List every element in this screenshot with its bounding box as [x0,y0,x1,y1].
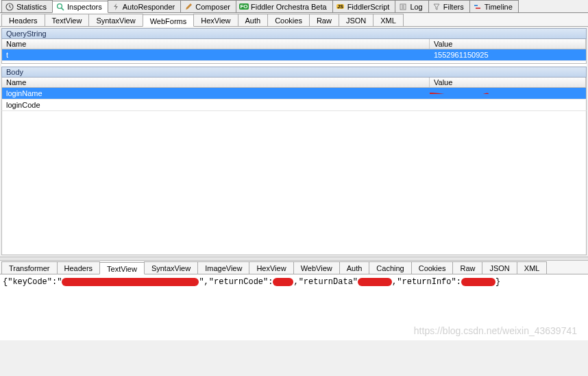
watermark: https://blog.csdn.net/weixin_43639741 [414,325,577,336]
rsubtab-cookies[interactable]: Cookies [411,261,454,274]
tab-label: Filters [443,3,464,11]
rsubtab-json[interactable]: JSON [482,261,517,274]
svg-line-2 [62,8,64,10]
json-text: ","returnCode": [199,277,273,287]
fo-icon: FO [239,2,249,12]
response-subtabs: Transformer Headers TextView SyntaxView … [0,261,588,274]
svg-rect-8 [476,8,480,9]
tab-label: Timeline [485,3,513,11]
subtab-syntaxview[interactable]: SyntaxView [88,14,143,26]
redaction-mark [273,278,293,286]
rsubtab-headers[interactable]: Headers [57,261,101,274]
svg-rect-7 [474,5,478,6]
subtab-json[interactable]: JSON [339,14,373,26]
tab-inspectors[interactable]: Inspectors [52,1,108,13]
tab-label: FiddlerScript [347,3,390,11]
tab-log[interactable]: Log [395,0,428,12]
body-row[interactable]: loginName [1,88,587,99]
json-text: "keyCode":" [8,277,62,287]
response-textview[interactable]: {"keyCode":"","returnCode":,"returnData"… [0,274,588,340]
filter-icon [432,2,441,12]
magnifier-icon [56,2,65,12]
body-empty-area[interactable] [1,111,587,255]
tab-autoresponder[interactable]: AutoResponder [108,0,181,12]
tab-label: Fiddler Orchestra Beta [251,3,327,11]
rsubtab-transformer[interactable]: Transformer [1,261,58,274]
querystring-grid-header: Name Value [1,39,587,49]
subtab-headers[interactable]: Headers [1,14,45,26]
redaction-mark [430,93,494,94]
tab-filters[interactable]: Filters [428,0,470,12]
body-row[interactable]: loginCode [1,99,587,111]
subtab-raw[interactable]: Raw [309,14,339,26]
subtab-textview[interactable]: TextView [45,14,90,26]
subtab-hexview[interactable]: HexView [193,14,238,26]
rsubtab-auth[interactable]: Auth [339,261,370,274]
tab-label: AutoResponder [123,3,175,11]
col-value[interactable]: Value [430,78,586,87]
rsubtab-textview[interactable]: TextView [99,262,145,274]
tab-label: Statistics [16,3,47,11]
json-text: } [495,277,500,287]
cell-value [430,93,586,94]
bolt-icon [111,2,121,12]
tab-fiddlerscript[interactable]: JS FiddlerScript [332,0,396,12]
main-tabstrip: Statistics Inspectors AutoResponder Comp… [0,0,588,13]
request-subtabs: Headers TextView SyntaxView WebForms Hex… [0,13,588,27]
rsubtab-webview[interactable]: WebView [293,261,340,274]
rsubtab-imageview[interactable]: ImageView [197,261,249,274]
body-grid-header: Name Value [1,78,587,88]
redaction-mark [62,278,199,286]
querystring-row[interactable]: t 1552961150925 [1,49,587,61]
json-text: ,"returnData" [293,277,358,287]
cell-name: t [2,50,430,60]
tab-label: Log [410,3,422,11]
cell-value: 1552961150925 [430,50,586,60]
pencil-icon [184,2,193,12]
timeline-icon [473,2,482,12]
rsubtab-xml[interactable]: XML [517,261,548,274]
redaction-mark [461,278,495,286]
tab-label: Composer [195,3,230,11]
script-icon: JS [336,2,345,12]
tab-fiddler-orchestra[interactable]: FO Fiddler Orchestra Beta [236,0,333,12]
rsubtab-raw[interactable]: Raw [452,261,482,274]
col-name[interactable]: Name [2,39,430,49]
tab-statistics[interactable]: Statistics [1,0,53,12]
tab-timeline[interactable]: Timeline [469,0,519,12]
body-header: Body [1,67,587,78]
subtab-cookies[interactable]: Cookies [267,14,310,26]
tab-composer[interactable]: Composer [180,0,236,12]
redaction-mark [358,278,392,286]
request-panel: QueryString Name Value t 1552961150925 B… [1,28,587,255]
subtab-webforms[interactable]: WebForms [143,14,195,27]
rsubtab-caching[interactable]: Caching [369,261,411,274]
cell-value [430,104,586,106]
rsubtab-syntaxview[interactable]: SyntaxView [144,261,198,274]
svg-point-1 [58,4,62,9]
querystring-header: QueryString [1,28,587,39]
log-icon [398,2,408,12]
redaction-mark [430,104,461,106]
subtab-xml[interactable]: XML [373,14,404,26]
clock-icon [5,2,14,12]
col-value[interactable]: Value [430,39,586,49]
json-text: ,"returnInfo": [392,277,461,287]
cell-name: loginCode [2,100,430,110]
col-name[interactable]: Name [2,78,430,87]
subtab-auth[interactable]: Auth [238,14,269,26]
cell-name: loginName [2,89,430,98]
tab-label: Inspectors [67,3,102,11]
rsubtab-hexview[interactable]: HexView [249,261,293,274]
